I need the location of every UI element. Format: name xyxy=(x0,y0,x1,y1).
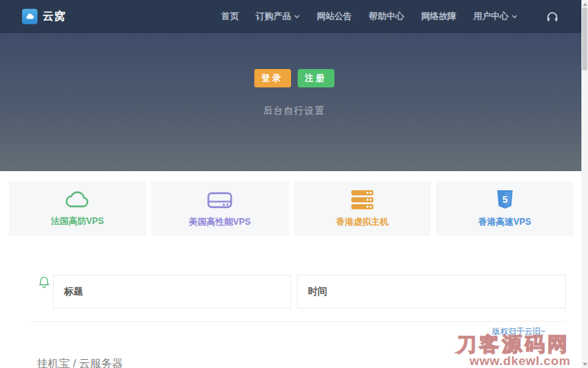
hero-banner: 登录 注册 后台自行设置 xyxy=(0,33,588,171)
logo-text: 云窝 xyxy=(43,10,66,24)
section-heading-products: 挂机宝 / 云服务器 xyxy=(37,357,123,368)
nav-item-home[interactable]: 首页 xyxy=(221,10,239,23)
chevron-down-icon xyxy=(294,15,300,18)
bell-icon xyxy=(38,275,50,292)
scrollbar-thumb[interactable] xyxy=(582,7,587,71)
copyright-text: 版权归于云旧~ xyxy=(492,326,545,337)
watermark: 刀客源码网 www.dkewl.com xyxy=(456,334,570,368)
product-label: 香港高速VPS xyxy=(478,216,531,228)
product-strip: 法国高防VPS 美国高性能VPS 香港虚拟主机 xyxy=(9,181,573,236)
chevron-down-icon xyxy=(512,15,517,18)
product-label: 香港虚拟主机 xyxy=(336,216,389,228)
svg-text:5: 5 xyxy=(502,193,507,204)
column-header-time[interactable]: 时间 xyxy=(297,275,566,309)
hdd-icon xyxy=(207,190,233,210)
product-card-hk-hosting[interactable]: 香港虚拟主机 xyxy=(294,181,431,236)
nav-item-label: 网站公告 xyxy=(317,10,352,23)
product-label: 法国高防VPS xyxy=(51,215,104,228)
product-card-us-vps[interactable]: 美国高性能VPS xyxy=(151,181,289,236)
product-card-hk-vps[interactable]: 5 香港高速VPS xyxy=(436,181,573,236)
nav-item-network-status[interactable]: 网络故障 xyxy=(421,10,456,23)
nav-item-label: 首页 xyxy=(221,10,239,23)
navbar: 云窝 首页 订购产品 网站公告 帮助中心 网络故障 用户中心 xyxy=(0,0,588,33)
nav-item-help[interactable]: 帮助中心 xyxy=(369,10,404,23)
nav-item-label: 用户中心 xyxy=(473,10,509,23)
html5-shield-icon: 5 xyxy=(496,190,514,210)
hero-caption: 后台自行设置 xyxy=(0,104,588,118)
scrollbar-down-arrow[interactable] xyxy=(581,361,588,367)
nav-item-label: 帮助中心 xyxy=(369,10,404,23)
register-button[interactable]: 注册 xyxy=(298,69,334,87)
watermark-url: www.dkewl.com xyxy=(456,355,570,368)
headset-icon[interactable] xyxy=(546,10,559,23)
nav-item-products[interactable]: 订购产品 xyxy=(256,10,300,23)
nav-menu: 首页 订购产品 网站公告 帮助中心 网络故障 用户中心 xyxy=(221,10,559,23)
page: 云窝 首页 订购产品 网站公告 帮助中心 网络故障 用户中心 xyxy=(0,0,588,368)
cloud-icon xyxy=(63,190,91,209)
section-divider xyxy=(29,321,566,322)
nav-item-label: 订购产品 xyxy=(256,10,291,23)
nav-item-user-center[interactable]: 用户中心 xyxy=(473,10,517,23)
scrollbar-up-arrow[interactable] xyxy=(581,1,588,7)
nav-item-announcements[interactable]: 网站公告 xyxy=(317,10,352,23)
column-header-title[interactable]: 标题 xyxy=(53,275,291,309)
server-stack-icon xyxy=(350,190,375,210)
logo[interactable]: 云窝 xyxy=(22,9,66,24)
nav-item-label: 网络故障 xyxy=(421,10,456,23)
announcement-table: 标题 时间 xyxy=(53,275,566,309)
cloud-logo-icon xyxy=(22,9,37,24)
watermark-title: 刀客源码网 xyxy=(456,334,570,355)
login-button[interactable]: 登录 xyxy=(254,69,291,87)
product-label: 美国高性能VPS xyxy=(189,216,251,228)
product-card-france-vps[interactable]: 法国高防VPS xyxy=(9,181,146,236)
vertical-scrollbar[interactable] xyxy=(581,0,588,368)
